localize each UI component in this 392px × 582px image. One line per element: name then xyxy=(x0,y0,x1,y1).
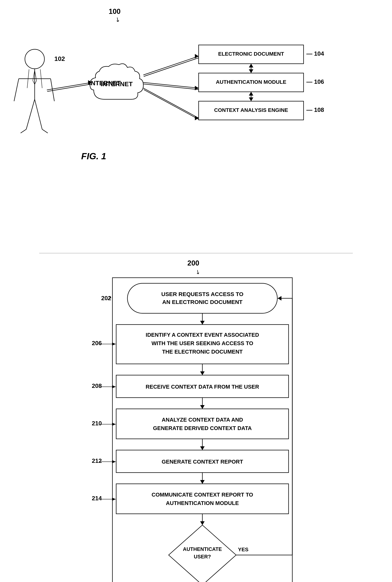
svg-text:GENERATE CONTEXT REPORT: GENERATE CONTEXT REPORT xyxy=(162,459,243,465)
svg-text:206: 206 xyxy=(92,340,102,346)
svg-text:GENERATE DERIVED CONTEXT DATA: GENERATE DERIVED CONTEXT DATA xyxy=(153,425,252,431)
svg-text:200: 200 xyxy=(188,259,199,267)
svg-text:YES: YES xyxy=(238,546,248,552)
svg-line-26 xyxy=(144,90,199,120)
svg-text:RECEIVE CONTEXT DATA FROM THE : RECEIVE CONTEXT DATA FROM THE USER xyxy=(146,384,259,390)
svg-line-4 xyxy=(50,79,54,101)
svg-text:102: 102 xyxy=(54,55,65,62)
svg-text:FIG. 1: FIG. 1 xyxy=(81,151,106,161)
svg-marker-83 xyxy=(200,480,204,484)
svg-text:USER REQUESTS ACCESS TO: USER REQUESTS ACCESS TO xyxy=(161,291,244,297)
svg-text:WITH THE USER SEEKING ACCESS T: WITH THE USER SEEKING ACCESS TO xyxy=(152,340,253,346)
svg-text:AN ELECTRONIC DOCUMENT: AN ELECTRONIC DOCUMENT xyxy=(162,299,242,305)
svg-text:AUTHENTICATE: AUTHENTICATE xyxy=(183,546,222,552)
svg-marker-68 xyxy=(200,405,204,409)
svg-line-7 xyxy=(20,129,26,133)
svg-line-23 xyxy=(143,84,198,90)
svg-line-18 xyxy=(143,56,198,75)
svg-line-17 xyxy=(47,84,92,92)
svg-text:AUTHENTICATION MODULE: AUTHENTICATION MODULE xyxy=(166,500,239,506)
svg-rect-69 xyxy=(116,409,288,439)
svg-text:IDENTIFY A CONTEXT EVENT ASSOC: IDENTIFY A CONTEXT EVENT ASSOCIATED xyxy=(146,332,259,338)
svg-rect-84 xyxy=(116,484,288,514)
svg-text:214: 214 xyxy=(92,495,102,502)
svg-marker-92 xyxy=(169,525,236,582)
svg-marker-61 xyxy=(200,372,204,375)
svg-marker-32 xyxy=(249,69,253,73)
svg-text:— 108: — 108 xyxy=(306,106,324,113)
svg-text:THE ELECTRONIC DOCUMENT: THE ELECTRONIC DOCUMENT xyxy=(162,349,243,355)
fig1-diagram-label: 100 xyxy=(109,8,120,16)
svg-marker-31 xyxy=(249,64,253,68)
svg-text:— 106: — 106 xyxy=(306,78,324,85)
svg-line-20 xyxy=(144,58,199,76)
svg-marker-52 xyxy=(200,321,204,324)
fig2-diagram-svg: 200 ↘ USER REQUESTS ACCESS TO AN ELECTRO… xyxy=(0,253,392,582)
svg-text:INTERNET: INTERNET xyxy=(101,80,133,88)
svg-text:↘: ↘ xyxy=(194,268,202,276)
svg-text:CONTEXT ANALYSIS ENGINE: CONTEXT ANALYSIS ENGINE xyxy=(214,107,288,113)
fig2-section: 200 ↘ USER REQUESTS ACCESS TO AN ELECTRO… xyxy=(0,253,392,582)
svg-point-0 xyxy=(25,49,44,69)
svg-text:COMMUNICATE CONTEXT REPORT TO: COMMUNICATE CONTEXT REPORT TO xyxy=(152,492,253,498)
svg-line-3 xyxy=(14,79,19,101)
svg-marker-99 xyxy=(278,296,282,300)
svg-marker-81 xyxy=(112,460,116,463)
svg-marker-74 xyxy=(112,423,116,426)
svg-marker-76 xyxy=(200,446,204,450)
svg-line-21 xyxy=(143,82,198,88)
fig1-section: 100 ↘ 102 INTERNET xyxy=(0,0,392,253)
svg-line-6 xyxy=(35,99,42,129)
svg-marker-37 xyxy=(249,92,253,96)
svg-text:AUTHENTICATION MODULE: AUTHENTICATION MODULE xyxy=(216,79,286,85)
svg-marker-91 xyxy=(200,521,204,525)
svg-marker-59 xyxy=(112,342,116,346)
fig1-diagram-svg: 102 INTERNET INTERNET xyxy=(0,19,392,234)
svg-text:212: 212 xyxy=(92,458,102,464)
svg-text:210: 210 xyxy=(92,420,102,427)
svg-text:↗: ↗ xyxy=(107,295,112,302)
svg-rect-46 xyxy=(128,283,277,313)
svg-marker-38 xyxy=(249,98,253,101)
svg-line-5 xyxy=(26,99,35,129)
svg-marker-89 xyxy=(112,498,116,501)
svg-text:USER?: USER? xyxy=(194,554,211,560)
svg-text:208: 208 xyxy=(92,382,102,389)
svg-text:ELECTRONIC DOCUMENT: ELECTRONIC DOCUMENT xyxy=(218,51,284,57)
svg-line-8 xyxy=(42,129,48,133)
svg-line-24 xyxy=(143,88,198,118)
svg-text:ANALYZE CONTEXT DATA AND: ANALYZE CONTEXT DATA AND xyxy=(162,417,243,423)
svg-text:— 104: — 104 xyxy=(306,50,324,57)
svg-line-15 xyxy=(47,82,92,90)
svg-marker-66 xyxy=(112,385,116,388)
